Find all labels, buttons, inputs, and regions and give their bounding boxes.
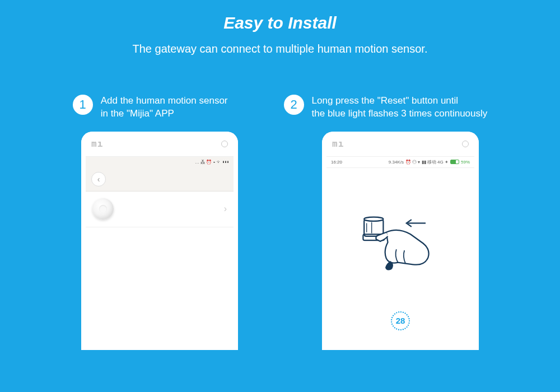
phone-1-screen: … ⁂ ⏰ ▾ ᯤ ▮▮▮ ‹ › [86, 156, 234, 347]
svg-point-2 [364, 217, 383, 221]
mi-logo: mı [332, 138, 344, 149]
phone-bezel-top: mı [81, 132, 238, 156]
countdown-timer: 28 [326, 311, 474, 330]
status-bar: … ⁂ ⏰ ▾ ᯤ ▮▮▮ [86, 157, 234, 168]
page-subtitle: The gateway can connect to multiple huma… [0, 43, 560, 55]
motion-sensor-icon [92, 198, 114, 220]
app-navbar: ‹ [86, 168, 234, 192]
status-time: 16:20 [331, 160, 342, 165]
page-title: Easy to Install [0, 13, 560, 32]
status-right: 9.34K/s ⏰ ◎ ▾ ▮▮ 移动 4G ✦ 59% [389, 159, 470, 165]
status-icons: … ⁂ ⏰ ▾ ᯤ ▮▮▮ [195, 160, 229, 165]
header: Easy to Install The gateway can connect … [0, 0, 560, 55]
phone-mockup-2: mı 16:20 9.34K/s ⏰ ◎ ▾ ▮▮ 移动 4G ✦ 59% [322, 132, 479, 350]
step-2: 2 Long press the "Reset" button until th… [284, 95, 488, 120]
status-bar: 16:20 9.34K/s ⏰ ◎ ▾ ▮▮ 移动 4G ✦ 59% [326, 157, 474, 168]
chevron-left-icon: ‹ [97, 175, 100, 184]
battery-percentage: 59% [461, 160, 470, 165]
front-camera-icon [221, 141, 228, 147]
step-1: 1 Add the human motion sensor in the "Mi… [73, 95, 228, 120]
step-number-badge: 2 [284, 95, 304, 115]
device-list-row[interactable]: › [86, 192, 234, 227]
step-number-badge: 1 [73, 95, 93, 115]
steps-row: 1 Add the human motion sensor in the "Mi… [0, 95, 560, 120]
step-1-text: Add the human motion sensor in the "Miji… [101, 95, 228, 120]
step-2-text: Long press the "Reset" button until the … [312, 95, 488, 120]
phones-row: mı … ⁂ ⏰ ▾ ᯤ ▮▮▮ ‹ › mı [0, 132, 560, 350]
hand-press-icon [350, 202, 451, 280]
phone-bezel-top: mı [322, 132, 479, 156]
back-button[interactable]: ‹ [91, 172, 106, 186]
countdown-value: 28 [391, 311, 410, 330]
phone-mockup-1: mı … ⁂ ⏰ ▾ ᯤ ▮▮▮ ‹ › [81, 132, 238, 350]
status-icons: ⏰ ◎ ▾ ▮▮ 移动 4G ✦ [405, 159, 449, 165]
network-speed: 9.34K/s [389, 160, 404, 165]
reset-instruction-illustration [326, 168, 474, 314]
phone-2-screen: 16:20 9.34K/s ⏰ ◎ ▾ ▮▮ 移动 4G ✦ 59% [326, 156, 474, 347]
chevron-right-icon: › [224, 204, 227, 214]
mi-logo: mı [91, 138, 103, 149]
front-camera-icon [462, 141, 469, 147]
